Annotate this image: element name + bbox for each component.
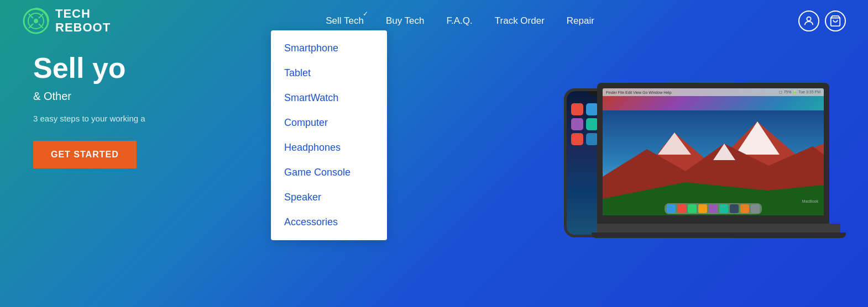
dropdown-game-console[interactable]: Game Console (271, 160, 387, 185)
page-wrapper: TECH REBOOT Sell Tech Buy Tech F.A.Q. Tr… (0, 0, 868, 307)
device-laptop: Finder File Edit View Go Window Help ◻ 7… (597, 83, 840, 243)
logo-text: TECH REBOOT (55, 7, 111, 34)
nav-buy-tech[interactable]: Buy Tech (386, 15, 425, 27)
dropdown-smartphone[interactable]: Smartphone (271, 36, 387, 61)
dropdown-tablet[interactable]: Tablet (271, 61, 387, 86)
dropdown-menu: Smartphone Tablet SmartWatch Computer He… (271, 30, 387, 240)
nav-faq[interactable]: F.A.Q. (447, 15, 473, 27)
main-nav: Sell Tech Buy Tech F.A.Q. Track Order Re… (122, 15, 798, 27)
account-icon[interactable] (798, 10, 819, 31)
dropdown-smartwatch[interactable]: SmartWatch (271, 86, 387, 110)
cart-icon[interactable] (825, 10, 846, 31)
nav-track-order[interactable]: Track Order (495, 15, 545, 27)
dropdown-speaker[interactable]: Speaker (271, 185, 387, 210)
header: TECH REBOOT Sell Tech Buy Tech F.A.Q. Tr… (0, 0, 868, 41)
header-icons (798, 10, 846, 31)
dropdown-wrapper: Smartphone Tablet SmartWatch Computer He… (271, 30, 387, 240)
logo-area[interactable]: TECH REBOOT (22, 7, 111, 35)
logo-icon (22, 7, 50, 35)
hero-description: 3 easy steps to your working a (33, 113, 310, 125)
get-started-button[interactable]: GET STARTED (33, 141, 137, 168)
nav-repair[interactable]: Repair (567, 15, 594, 27)
dropdown-headphones[interactable]: Headphones (271, 135, 387, 160)
hero-title: Sell yo (33, 52, 310, 84)
dropdown-accessories[interactable]: Accessories (271, 210, 387, 235)
devices-area: 02 43 TUE, MARCH 13 Use fingerprint icon… (553, 44, 840, 254)
svg-point-2 (34, 19, 38, 23)
hero-text: Sell yo & Other 3 easy steps to your wor… (33, 52, 310, 168)
nav-sell-tech[interactable]: Sell Tech (326, 15, 364, 27)
svg-point-3 (807, 17, 811, 20)
dropdown-computer[interactable]: Computer (271, 110, 387, 135)
hero-subtitle: & Other (33, 88, 310, 104)
